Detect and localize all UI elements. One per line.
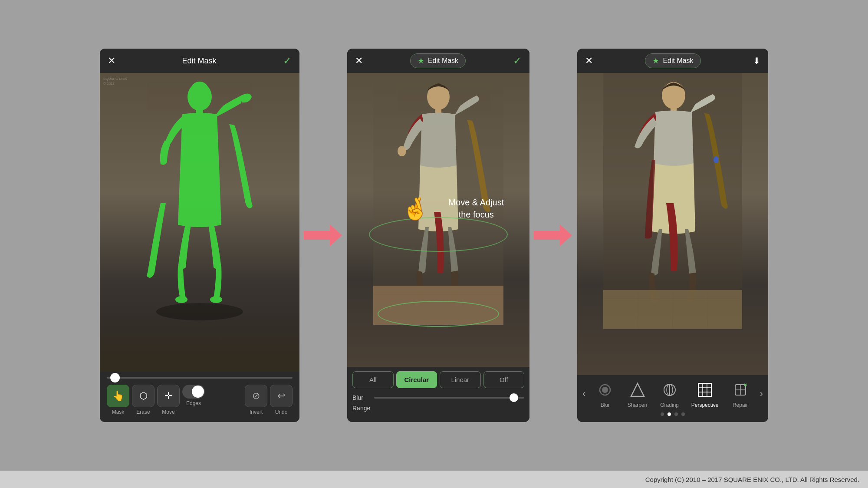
focus-tab-all[interactable]: All	[352, 371, 394, 388]
effect-items: Blur Sharpen	[589, 379, 756, 408]
erase-tool-button[interactable]: ⬡ Erase	[132, 385, 155, 415]
panel-3-title-pill: ★ Edit Mask	[645, 53, 700, 68]
panel-2-bottom: All Circular Linear Off Blur Range	[347, 367, 529, 422]
focus-tab-off[interactable]: Off	[483, 371, 525, 388]
panel-1-image: SQUARE ENIX© 2017	[100, 73, 299, 372]
arrow-1-icon	[304, 222, 343, 248]
panel-1-close-button[interactable]: ✕	[108, 56, 115, 66]
panel-3-header: ✕ ★ Edit Mask ⬇	[577, 49, 768, 73]
blur-slider[interactable]	[374, 397, 524, 399]
svg-point-3	[175, 296, 187, 303]
range-label: Range	[352, 405, 370, 412]
perspective-effect-label: Perspective	[691, 402, 719, 408]
edges-label: Edges	[186, 400, 201, 406]
effect-tabs: ‹ Blur	[581, 379, 765, 408]
panel-1-confirm-button[interactable]: ✓	[283, 56, 292, 66]
undo-label: Undo	[275, 409, 288, 415]
panel-3: ✕ ★ Edit Mask ⬇	[577, 49, 768, 422]
main-container: ✕ Edit Mask ✓ SQUARE ENIX© 2017	[0, 0, 868, 488]
panel-2: ✕ ★ Edit Mask ✓	[347, 49, 529, 422]
panel-2-close-button[interactable]: ✕	[355, 56, 363, 66]
toolbar-buttons: 👆 Mask ⬡ Erase ✛ Move	[107, 385, 293, 415]
nav-right-arrow[interactable]: ›	[758, 386, 765, 401]
blur-effect-item[interactable]: Blur	[595, 379, 615, 408]
watermark: SQUARE ENIX© 2017	[103, 76, 127, 86]
toggle-thumb	[192, 386, 204, 398]
arrow-2-icon	[534, 222, 573, 248]
invert-icon: ⊘	[245, 385, 267, 407]
undo-button[interactable]: ↩ Undo	[270, 385, 293, 415]
blur-label: Blur	[352, 394, 370, 401]
panel-1-toolbar: 👆 Mask ⬡ Erase ✛ Move	[100, 372, 299, 422]
nav-left-arrow[interactable]: ‹	[581, 386, 587, 401]
dot-2[interactable]	[674, 412, 678, 416]
repair-effect-item[interactable]: Repair	[730, 379, 751, 408]
panel-1: ✕ Edit Mask ✓ SQUARE ENIX© 2017	[100, 49, 299, 422]
slider-row	[107, 377, 293, 379]
dot-1[interactable]	[667, 412, 671, 416]
panel-3-download-button[interactable]: ⬇	[753, 56, 760, 65]
panel-2-character-svg	[373, 73, 503, 325]
panel-2-header: ✕ ★ Edit Mask ✓	[347, 49, 529, 73]
sharpen-effect-label: Sharpen	[628, 402, 647, 408]
slider-thumb[interactable]	[110, 373, 120, 382]
edges-toggle-button[interactable]: Edges	[182, 385, 205, 415]
move-icon: ✛	[157, 385, 180, 407]
svg-rect-27	[698, 383, 711, 396]
dot-3[interactable]	[681, 412, 685, 416]
focus-tab-linear[interactable]: Linear	[440, 371, 481, 388]
copyright-bar: Copyright (C) 2010 – 2017 SQUARE ENIX CO…	[0, 471, 868, 488]
svg-point-9	[398, 146, 406, 156]
blur-thumb[interactable]	[510, 393, 518, 402]
svg-point-1	[191, 82, 208, 97]
panel-3-title: Edit Mask	[663, 57, 693, 65]
erase-icon: ⬡	[132, 385, 155, 407]
move-label: Move	[162, 409, 174, 415]
repair-effect-icon	[730, 379, 751, 400]
arrow-1-container	[299, 214, 347, 257]
perspective-effect-item[interactable]: Perspective	[691, 379, 719, 408]
invert-label: Invert	[250, 409, 263, 415]
panel-1-title: Edit Mask	[182, 56, 216, 66]
panel-2-title-pill: ★ Edit Mask	[410, 53, 466, 68]
mask-tool-button[interactable]: 👆 Mask	[107, 385, 129, 415]
focus-tabs: All Circular Linear Off	[352, 371, 524, 388]
svg-point-22	[602, 387, 608, 393]
svg-point-5	[156, 303, 243, 320]
svg-rect-10	[373, 286, 503, 325]
green-character-svg	[135, 73, 265, 329]
floor-gradient	[100, 320, 299, 372]
repair-effect-label: Repair	[733, 402, 748, 408]
panel-3-star-icon: ★	[652, 56, 659, 66]
grading-effect-item[interactable]: Grading	[659, 379, 680, 408]
tool-group: 👆 Mask ⬡ Erase ✛ Move	[107, 385, 205, 415]
arrow-2-container	[529, 214, 577, 257]
slider-track[interactable]	[107, 377, 293, 379]
panel-2-title: Edit Mask	[428, 57, 458, 65]
mask-icon: 👆	[107, 385, 129, 407]
svg-point-13	[662, 82, 685, 109]
action-group: ⊘ Invert ↩ Undo	[245, 385, 293, 415]
panel-3-character-svg	[603, 73, 742, 329]
blur-effect-label: Blur	[601, 402, 610, 408]
sharpen-effect-item[interactable]: Sharpen	[627, 379, 648, 408]
perspective-effect-icon	[694, 379, 715, 400]
undo-icon: ↩	[270, 385, 293, 407]
panels-row: ✕ Edit Mask ✓ SQUARE ENIX© 2017	[0, 0, 868, 471]
svg-marker-23	[631, 383, 644, 396]
panel-1-header: ✕ Edit Mask ✓	[100, 49, 299, 73]
panel-3-close-button[interactable]: ✕	[585, 56, 593, 66]
sharpen-effect-icon	[627, 379, 648, 400]
blur-effect-icon	[595, 379, 615, 400]
panel-2-confirm-button[interactable]: ✓	[513, 56, 522, 66]
dot-0[interactable]	[661, 412, 664, 416]
invert-button[interactable]: ⊘ Invert	[245, 385, 267, 415]
focus-tab-circular[interactable]: Circular	[396, 371, 437, 388]
panel-3-bottom: ‹ Blur	[577, 375, 768, 422]
svg-point-15	[713, 156, 719, 163]
panel-2-star-icon: ★	[418, 56, 424, 66]
range-row: Range	[352, 405, 524, 412]
erase-label: Erase	[136, 409, 150, 415]
move-tool-button[interactable]: ✛ Move	[157, 385, 180, 415]
svg-point-4	[210, 296, 222, 303]
